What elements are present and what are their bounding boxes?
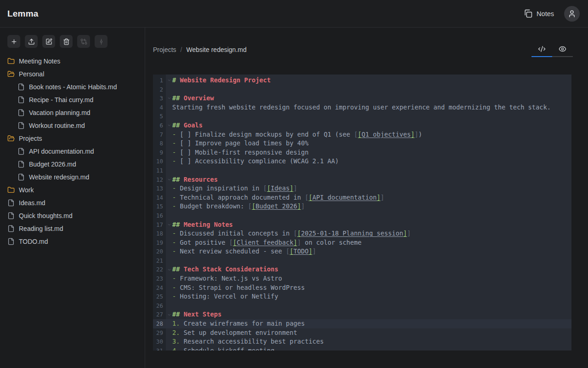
toolbar-button-compare	[77, 35, 90, 48]
plus-icon	[11, 38, 17, 45]
editor-line-8: 8- [ ] Improve page load times by 40%	[153, 139, 571, 148]
tree-folder-meeting-notes[interactable]: Meeting Notes	[0, 55, 145, 68]
editor-line-22: 22## Tech Stack Considerations	[153, 265, 571, 274]
breadcrumb-file: Website redesign.md	[186, 46, 246, 53]
notes-button[interactable]: Notes	[524, 9, 554, 18]
avatar-button[interactable]	[564, 6, 580, 22]
toolbar-button-upload[interactable]	[25, 35, 38, 48]
fold-chevron-down-icon[interactable]	[167, 123, 171, 127]
line-number: 16	[153, 211, 166, 220]
line-number: 23	[153, 274, 166, 283]
git-compare-icon	[80, 38, 87, 45]
main-panel: Projects / Website redesign.md 1# Websit…	[145, 28, 588, 368]
line-number: 22	[153, 265, 166, 274]
line-number: 1	[153, 76, 166, 85]
folder-icon	[7, 186, 15, 194]
editor-line-7: 7- [ ] Finalize design mockups by end of…	[153, 130, 571, 139]
tab-preview-view[interactable]	[552, 41, 573, 57]
editor-line-3: 3## Overview	[153, 94, 571, 103]
tree-file-api-documentation-md[interactable]: API documentation.md	[0, 145, 145, 158]
line-number: 13	[153, 184, 166, 193]
tree-item-label: Work	[19, 186, 34, 194]
fold-chevron-down-icon[interactable]	[167, 223, 171, 227]
editor-line-6: 6## Goals	[153, 121, 571, 130]
editor-line-text: 3. Research accessibility best practices	[172, 337, 324, 346]
trash-icon	[63, 38, 70, 45]
editor-line-15: 15- Budget breakdown: [[Budget 2026]]	[153, 202, 571, 211]
breadcrumb-folder[interactable]: Projects	[153, 46, 176, 53]
notes-label: Notes	[537, 10, 554, 17]
editor-line-text: - Framework: Next.js vs Astro	[172, 274, 282, 283]
fold-chevron-down-icon[interactable]	[167, 313, 171, 317]
tree-file-quick-thoughts-md[interactable]: Quick thoughts.md	[0, 209, 145, 222]
editor-line-28: 281. Create wireframes for main pages	[153, 319, 571, 328]
markdown-editor[interactable]: 1# Website Redesign Project23## Overview…	[153, 75, 571, 351]
tree-file-website-redesign-md[interactable]: Website redesign.md	[0, 171, 145, 184]
breadcrumb-separator: /	[181, 46, 182, 53]
toolbar-button-delete[interactable]	[60, 35, 73, 48]
editor-line-text: # Website Redesign Project	[172, 76, 271, 85]
tree-item-label: Personal	[19, 70, 44, 78]
toolbar-button-edit[interactable]	[42, 35, 55, 48]
editor-line-25: 25- Hosting: Vercel or Netlify	[153, 292, 571, 301]
fold-chevron-down-icon[interactable]	[167, 268, 171, 272]
line-number: 30	[153, 337, 166, 346]
editor-line-text: - Next review scheduled - see [[TODO]]	[172, 247, 316, 256]
sidebar: Meeting NotesPersonalBook notes - Atomic…	[0, 28, 145, 368]
editor-line-18: 18- Discussed initial concepts in [[2025…	[153, 229, 571, 238]
editor-line-9: 9- [ ] Mobile-first responsive design	[153, 148, 571, 157]
toolbar-button-new-note[interactable]	[7, 35, 20, 48]
line-number: 28	[153, 319, 166, 328]
git-commit-icon	[98, 38, 105, 45]
fold-chevron-down-icon[interactable]	[167, 96, 171, 100]
editor-line-text: ## Meeting Notes	[172, 220, 233, 230]
tree-file-reading-list-md[interactable]: Reading list.md	[0, 222, 145, 235]
eye-icon	[559, 45, 566, 53]
tree-file-budget-2026-md[interactable]: Budget 2026.md	[0, 158, 145, 171]
app-body: Meeting NotesPersonalBook notes - Atomic…	[0, 28, 588, 368]
line-number: 29	[153, 328, 166, 338]
tree-file-workout-routine-md[interactable]: Workout routine.md	[0, 119, 145, 132]
line-number: 19	[153, 238, 166, 247]
notes-icon	[524, 9, 532, 18]
editor-line-4: 4Starting fresh website redesign focused…	[153, 103, 571, 112]
editor-line-text: 1. Create wireframes for main pages	[172, 319, 305, 328]
editor-line-text: - [ ] Mobile-first responsive design	[172, 148, 309, 157]
file-tree: Meeting NotesPersonalBook notes - Atomic…	[0, 55, 145, 248]
editor-line-19: 19- Got positive [[Client feedback]] on …	[153, 238, 571, 247]
editor-line-text: - [ ] Accessibility compliance (WCAG 2.1…	[172, 157, 339, 166]
square-pen-icon	[45, 38, 52, 45]
fold-chevron-down-icon[interactable]	[167, 78, 171, 82]
tree-file-recipe-thai-curry-md[interactable]: Recipe - Thai curry.md	[0, 93, 145, 106]
tree-item-label: Budget 2026.md	[29, 161, 76, 168]
editor-line-14: 14- Technical approach documented in [[A…	[153, 193, 571, 202]
editor-line-21: 21	[153, 256, 571, 265]
tree-file-todo-md[interactable]: TODO.md	[0, 235, 145, 248]
editor-line-text: 2. Set up development environment	[172, 328, 297, 338]
editor-line-text: - Got positive [[Client feedback]] on co…	[172, 238, 362, 247]
tree-folder-projects[interactable]: Projects	[0, 132, 145, 145]
tree-item-label: Quick thoughts.md	[19, 212, 73, 219]
editor-line-16: 16	[153, 211, 571, 220]
editor-line-text: ## Tech Stack Considerations	[172, 265, 278, 274]
breadcrumb: Projects / Website redesign.md	[153, 46, 247, 53]
toolbar-button-commit	[95, 35, 107, 48]
fold-chevron-down-icon[interactable]	[167, 178, 171, 182]
tab-source-view[interactable]	[531, 41, 552, 57]
tree-folder-personal[interactable]: Personal	[0, 68, 145, 80]
editor-line-text: ## Overview	[172, 94, 214, 103]
tree-file-vacation-planning-md[interactable]: Vacation planning.md	[0, 106, 145, 119]
editor-line-text: Starting fresh website redesign focused …	[172, 103, 551, 112]
tree-file-book-notes-atomic-habits-md[interactable]: Book notes - Atomic Habits.md	[0, 80, 145, 93]
file-icon	[17, 122, 25, 129]
editor-line-2: 2	[153, 85, 571, 94]
line-number: 26	[153, 301, 166, 310]
line-number: 24	[153, 283, 166, 293]
editor-line-23: 23- Framework: Next.js vs Astro	[153, 274, 571, 283]
editor-line-1: 1# Website Redesign Project	[153, 76, 571, 85]
upload-icon	[28, 38, 35, 45]
tree-file-ideas-md[interactable]: Ideas.md	[0, 196, 145, 209]
tree-folder-work[interactable]: Work	[0, 184, 145, 196]
editor-line-text: 4. Schedule kickoff meeting	[172, 346, 275, 351]
main-header: Projects / Website redesign.md	[145, 28, 588, 57]
